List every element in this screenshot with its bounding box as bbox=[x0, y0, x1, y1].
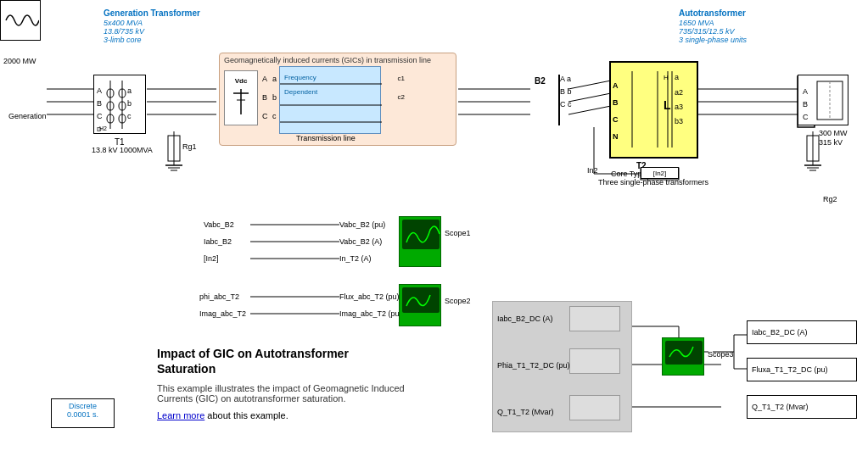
load-mw-label: 300 MW bbox=[819, 129, 848, 137]
aa-label: A a bbox=[560, 75, 571, 83]
iabc-out-label: Iabc_B2_DC (A) bbox=[752, 328, 808, 337]
load-kv-label: 315 kV bbox=[819, 138, 843, 147]
trans-a-label: A bbox=[262, 75, 267, 83]
phi-abc-t2: phi_abc_T2 bbox=[199, 292, 239, 301]
generation-block bbox=[0, 0, 41, 41]
svg-rect-81 bbox=[665, 341, 703, 365]
svg-text:C: C bbox=[613, 115, 619, 124]
svg-line-3 bbox=[568, 81, 611, 89]
svg-text:A: A bbox=[613, 81, 619, 90]
svg-text:a: a bbox=[675, 73, 679, 81]
cc-label: C c bbox=[560, 100, 572, 109]
svg-text:H2: H2 bbox=[99, 125, 107, 131]
scope2-label: Scope2 bbox=[445, 297, 471, 305]
impact-heading: Impact of GIC on Autotransformer Saturat… bbox=[157, 346, 412, 376]
trans-c1-label: c bbox=[272, 112, 277, 120]
iabc-b2-dc-label: Iabc_B2_DC (A) bbox=[497, 314, 553, 323]
learn-more-link[interactable]: Learn more bbox=[157, 410, 204, 420]
trans-c-label: C bbox=[262, 112, 268, 120]
t1-transformer: A B C D a b c H2 bbox=[93, 75, 146, 134]
svg-rect-21 bbox=[807, 136, 819, 161]
svg-text:B: B bbox=[97, 99, 102, 108]
gen-transformer-specs: 5x400 MVA bbox=[104, 19, 143, 27]
generation-label: Generation bbox=[8, 112, 47, 120]
scope3-label: Scope3 bbox=[708, 350, 734, 359]
fluxa-out-label: Fluxa_T1_T2_DC (pu) bbox=[752, 365, 828, 374]
vabc-b2-A: Vabc_B2 (A) bbox=[339, 237, 382, 246]
autotransformer-note: 3 single-phase units bbox=[679, 36, 747, 44]
q-out-label: Q_T1_T2 (Mvar) bbox=[752, 403, 809, 411]
bb-label: B b bbox=[560, 87, 572, 96]
generation-mw-label: 2000 MW bbox=[3, 57, 36, 65]
q-out-box: Q_T1_T2 (Mvar) bbox=[747, 395, 857, 419]
freq-label: Frequency bbox=[284, 74, 316, 81]
svg-text:a3: a3 bbox=[675, 103, 683, 111]
iabc-out-box: Iabc_B2_DC (A) bbox=[747, 320, 857, 344]
dep-label: Dependent bbox=[284, 88, 317, 96]
t2-core-desc: Three single-phase transformers bbox=[598, 178, 708, 186]
discrete-label: Discrete bbox=[54, 402, 111, 410]
rg1-label: Rg1 bbox=[182, 142, 197, 151]
gray-inner-box3 bbox=[569, 395, 620, 420]
svg-text:A: A bbox=[97, 86, 102, 95]
svg-text:C: C bbox=[803, 113, 809, 121]
impact-body: This example illustrates the impact of G… bbox=[157, 383, 412, 404]
transmission-title: Geomagnetically induced currents (GICs) … bbox=[220, 53, 456, 67]
imag-out: Imag_abc_T2 (pu) bbox=[339, 309, 402, 318]
load-block: A B C bbox=[798, 75, 848, 125]
svg-text:B: B bbox=[803, 100, 808, 109]
svg-text:N: N bbox=[613, 132, 619, 141]
discrete-box: Discrete 0.0001 s. bbox=[51, 398, 115, 428]
trans-out1: c1 bbox=[398, 75, 405, 82]
in2-box: [In2] bbox=[641, 167, 679, 179]
scope3-block bbox=[662, 337, 704, 376]
gen-transformer-voltage: 13.8/735 kV bbox=[104, 27, 144, 36]
scope1-label: Scope1 bbox=[445, 229, 471, 237]
autotransformer-label: Autotransformer bbox=[679, 8, 746, 18]
autotransformer-specs: 1650 MVA bbox=[679, 19, 714, 27]
svg-rect-19 bbox=[168, 136, 180, 161]
vdc-block: Vdc bbox=[224, 70, 258, 125]
vdc-label: Vdc bbox=[235, 77, 248, 85]
trans-a1-label: a bbox=[272, 75, 277, 83]
imag-abc-t2: Imag_abc_T2 bbox=[199, 309, 246, 318]
freq-dep-block: Frequency Dependent bbox=[279, 66, 381, 134]
fluxa-out-box: Fluxa_T1_T2_DC (pu) bbox=[747, 358, 857, 381]
svg-text:b3: b3 bbox=[675, 117, 683, 125]
transmission-label: Transmission line bbox=[296, 134, 356, 142]
trans-out2: c2 bbox=[398, 93, 405, 101]
in2-in: [In2] bbox=[204, 254, 219, 263]
svg-text:B: B bbox=[613, 98, 619, 107]
svg-text:A: A bbox=[803, 87, 808, 96]
in-t2-A: In_T2 (A) bbox=[339, 254, 372, 263]
gray-signals-area: Iabc_B2_DC (A) Phia_T1_T2_DC (pu) Q_T1_T… bbox=[492, 301, 632, 432]
svg-text:b: b bbox=[127, 99, 132, 108]
impact-link-line: Learn more about this example. bbox=[157, 410, 412, 420]
phia-t1-t2-dc-label: Phia_T1_T2_DC (pu) bbox=[497, 361, 570, 370]
scope1-block bbox=[399, 216, 441, 267]
discrete-value: 0.0001 s. bbox=[54, 410, 111, 419]
iabc-b2-in: Iabc_B2 bbox=[204, 237, 232, 246]
gray-inner-box2 bbox=[569, 348, 620, 374]
flux-out: Flux_abc_T2 (pu) bbox=[339, 292, 400, 301]
svg-text:C: C bbox=[97, 112, 103, 120]
link-suffix: about this example. bbox=[207, 410, 288, 420]
rg2-label: Rg2 bbox=[823, 195, 837, 203]
b2-left-label: B2 bbox=[535, 76, 546, 86]
t2-transformer: A B C N H a a2 a3 b3 L bbox=[609, 61, 698, 159]
gray-inner-box1 bbox=[569, 306, 620, 331]
gen-transformer-note: 3-limb core bbox=[104, 36, 142, 44]
svg-text:c: c bbox=[127, 112, 132, 120]
trans-b1-label: b bbox=[272, 93, 277, 102]
vabc-b2-out: Vabc_B2 (pu) bbox=[339, 220, 385, 229]
q-t1-t2-label: Q_T1_T2 (Mvar) bbox=[497, 408, 554, 416]
transmission-box: Geomagnetically induced currents (GICs) … bbox=[219, 53, 456, 146]
trans-b-label: B bbox=[262, 93, 267, 102]
gen-transformer-label: Generation Transformer bbox=[104, 8, 200, 18]
svg-rect-79 bbox=[402, 220, 440, 249]
svg-line-8 bbox=[568, 93, 611, 102]
vabc-b2-in: Vabc_B2 bbox=[204, 220, 234, 229]
svg-line-13 bbox=[568, 106, 611, 114]
svg-text:a: a bbox=[127, 86, 132, 95]
in2-label-left: In2 bbox=[587, 166, 598, 175]
